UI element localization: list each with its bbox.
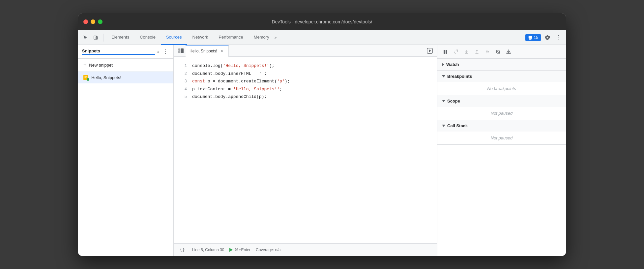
scope-title: Scope <box>447 99 460 104</box>
code-line-2: 2 document.body.innerHTML = ''; <box>174 70 437 78</box>
callstack-expand-icon <box>442 125 445 127</box>
callstack-body: Not paused <box>437 132 566 144</box>
code-content-5: document.body.appendChild(p); <box>192 93 267 101</box>
editor-tab-bar: Hello, Snippets! × <box>174 45 437 57</box>
snippets-menu-button[interactable]: ⋮ <box>161 47 169 56</box>
callstack-section-header[interactable]: Call Stack <box>437 120 566 132</box>
main-content: Snippets » ⋮ + New snippet <box>78 45 566 256</box>
scope-section: Scope Not paused <box>437 95 566 120</box>
tab-elements[interactable]: Elements <box>106 30 134 45</box>
code-editor-panel: Hello, Snippets! × 1 console.log('Hello,… <box>174 45 437 256</box>
svg-rect-8 <box>444 50 445 54</box>
run-script-button[interactable] <box>425 46 434 55</box>
debug-toolbar <box>437 45 566 59</box>
code-content-4: p.textContent = 'Hello, Snippets!'; <box>192 85 282 93</box>
snippets-more-arrow[interactable]: » <box>157 49 160 54</box>
callstack-section: Call Stack Not paused <box>437 120 566 145</box>
snippet-icon <box>83 75 89 80</box>
code-line-3: 3 const p = document.createElement('p'); <box>174 77 437 85</box>
devtools-window: DevTools - developer.chrome.com/docs/dev… <box>78 13 566 256</box>
code-line-4: 4 p.textContent = 'Hello, Snippets!'; <box>174 85 437 93</box>
plus-icon: + <box>83 62 86 68</box>
code-line-1: 1 console.log('Hello, Snippets!'); <box>174 62 437 70</box>
snippet-item[interactable]: Hello, Snippets! <box>78 72 173 83</box>
breakpoints-title: Breakpoints <box>447 74 472 79</box>
editor-tab-label: Hello, Snippets! <box>190 49 217 53</box>
settings-button[interactable] <box>543 33 552 42</box>
svg-marker-7 <box>429 49 431 52</box>
more-options-button[interactable]: ⋮ <box>554 33 563 42</box>
line-number-5: 5 <box>179 94 187 101</box>
new-snippet-label: New snippet <box>89 63 113 68</box>
snippets-panel-header: Snippets » ⋮ <box>78 45 173 59</box>
line-number-1: 1 <box>179 63 187 70</box>
cursor-position: Line 5, Column 30 <box>192 248 224 252</box>
tab-console[interactable]: Console <box>134 30 161 45</box>
scope-expand-icon <box>442 100 445 102</box>
code-content-1: console.log('Hello, Snippets!'); <box>192 62 275 70</box>
status-bar: {} Line 5, Column 30 ⌘+Enter Coverage: n… <box>174 243 437 256</box>
watch-section: Watch <box>437 59 566 71</box>
step-out-button[interactable] <box>472 47 482 56</box>
new-snippet-button[interactable]: + New snippet <box>78 59 173 72</box>
window-controls <box>83 19 102 24</box>
line-number-3: 3 <box>179 78 187 85</box>
scope-body: Not paused <box>437 107 566 120</box>
tab-performance[interactable]: Performance <box>213 30 248 45</box>
tab-network[interactable]: Network <box>187 30 214 45</box>
breakpoints-section: Breakpoints No breakpoints <box>437 71 566 95</box>
svg-rect-9 <box>446 50 447 54</box>
sidebar-toggle-button[interactable] <box>176 46 186 55</box>
close-tab-button[interactable]: × <box>219 48 224 54</box>
debug-panel-content: Watch Breakpoints No breakpoints <box>437 59 566 256</box>
pause-on-exceptions-button[interactable] <box>504 47 513 56</box>
close-button[interactable] <box>83 19 88 24</box>
main-toolbar: Elements Console Sources Network Perform… <box>78 30 566 45</box>
continue-button[interactable] <box>483 47 492 56</box>
titlebar: DevTools - developer.chrome.com/docs/dev… <box>78 13 566 30</box>
coverage-label: Coverage: n/a <box>256 248 280 252</box>
run-triangle-icon <box>229 248 233 252</box>
scope-section-header[interactable]: Scope <box>437 95 566 107</box>
tab-list: Elements Console Sources Network Perform… <box>106 30 524 45</box>
run-shortcut-label: ⌘+Enter <box>235 248 250 252</box>
callstack-not-paused-label: Not paused <box>491 135 513 140</box>
breakpoints-body: No breakpoints <box>437 82 566 95</box>
cursor-tool-button[interactable] <box>81 33 90 42</box>
device-toggle-button[interactable] <box>91 33 101 42</box>
watch-collapse-icon <box>442 63 444 66</box>
deactivate-breakpoints-button[interactable] <box>493 47 503 56</box>
watch-title: Watch <box>446 62 459 67</box>
step-into-button[interactable] <box>462 47 471 56</box>
editor-tab-hello-snippets[interactable]: Hello, Snippets! × <box>186 45 229 57</box>
watch-section-header[interactable]: Watch <box>437 59 566 70</box>
code-line-5: 5 document.body.appendChild(p); <box>174 93 437 101</box>
toolbar-right: 15 ⋮ <box>525 33 563 42</box>
snippet-active-dot <box>87 78 89 81</box>
step-over-button[interactable] <box>451 47 460 56</box>
window-title: DevTools - developer.chrome.com/docs/dev… <box>272 19 372 24</box>
breakpoints-section-header[interactable]: Breakpoints <box>437 71 566 82</box>
tab-memory[interactable]: Memory <box>249 30 275 45</box>
snippet-list: Hello, Snippets! <box>78 72 173 256</box>
snippet-name: Hello, Snippets! <box>91 75 121 80</box>
callstack-title: Call Stack <box>447 123 468 128</box>
svg-point-15 <box>509 52 509 53</box>
line-number-2: 2 <box>179 71 187 78</box>
snippets-title: Snippets <box>82 48 155 55</box>
snippets-panel: Snippets » ⋮ + New snippet <box>78 45 174 256</box>
run-shortcut[interactable]: ⌘+Enter <box>229 248 250 252</box>
tab-sources[interactable]: Sources <box>161 30 187 45</box>
breakpoints-expand-icon <box>442 75 445 77</box>
format-code-button[interactable]: {} <box>178 245 187 254</box>
no-breakpoints-label: No breakpoints <box>487 86 516 91</box>
minimize-button[interactable] <box>91 19 95 24</box>
pause-button[interactable] <box>441 47 450 56</box>
svg-rect-2 <box>528 36 532 39</box>
notifications-button[interactable]: 15 <box>525 34 541 41</box>
code-content-2: document.body.innerHTML = ''; <box>192 70 267 77</box>
more-tabs-button[interactable]: » <box>275 35 277 40</box>
maximize-button[interactable] <box>98 19 102 24</box>
toolbar-separator <box>103 34 103 42</box>
code-area[interactable]: 1 console.log('Hello, Snippets!'); 2 doc… <box>174 57 437 243</box>
